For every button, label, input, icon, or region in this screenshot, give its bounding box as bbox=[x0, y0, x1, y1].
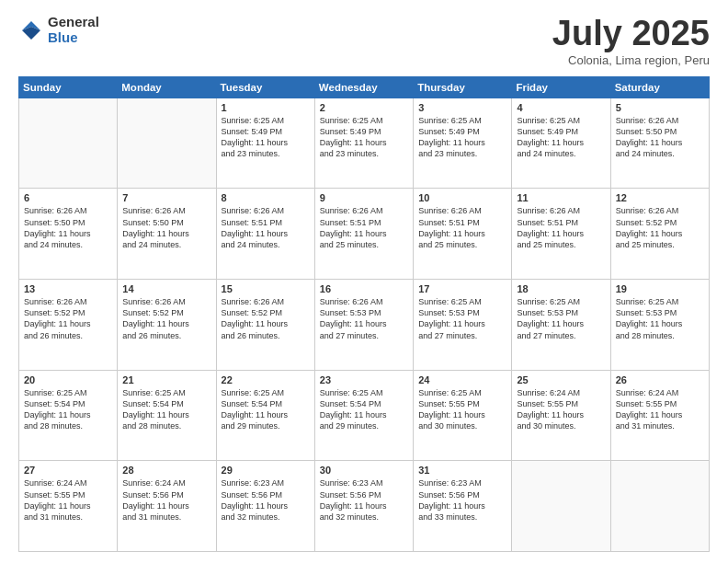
day-info: Sunrise: 6:25 AM Sunset: 5:54 PM Dayligh… bbox=[222, 387, 310, 432]
logo: General Blue bbox=[18, 15, 99, 45]
month-title: July 2025 bbox=[552, 15, 710, 53]
calendar-cell: 8Sunrise: 6:26 AM Sunset: 5:51 PM Daylig… bbox=[216, 189, 314, 280]
day-number: 22 bbox=[222, 374, 310, 385]
calendar-cell: 1Sunrise: 6:25 AM Sunset: 5:49 PM Daylig… bbox=[216, 98, 314, 189]
day-info: Sunrise: 6:26 AM Sunset: 5:52 PM Dayligh… bbox=[122, 296, 210, 341]
calendar-cell: 13Sunrise: 6:26 AM Sunset: 5:52 PM Dayli… bbox=[19, 280, 118, 371]
calendar-cell: 4Sunrise: 6:25 AM Sunset: 5:49 PM Daylig… bbox=[512, 98, 610, 189]
calendar-cell: 21Sunrise: 6:25 AM Sunset: 5:54 PM Dayli… bbox=[118, 370, 216, 461]
logo-blue-text: Blue bbox=[48, 30, 99, 46]
day-info: Sunrise: 6:25 AM Sunset: 5:53 PM Dayligh… bbox=[418, 296, 506, 341]
day-info: Sunrise: 6:25 AM Sunset: 5:54 PM Dayligh… bbox=[122, 387, 210, 432]
day-info: Sunrise: 6:23 AM Sunset: 5:56 PM Dayligh… bbox=[418, 477, 506, 523]
location-subtitle: Colonia, Lima region, Peru bbox=[552, 53, 710, 67]
calendar-cell: 9Sunrise: 6:26 AM Sunset: 5:51 PM Daylig… bbox=[314, 189, 413, 280]
day-info: Sunrise: 6:24 AM Sunset: 5:55 PM Dayligh… bbox=[616, 387, 704, 432]
calendar-cell: 16Sunrise: 6:26 AM Sunset: 5:53 PM Dayli… bbox=[314, 280, 413, 371]
day-number: 28 bbox=[122, 465, 210, 476]
calendar-cell: 14Sunrise: 6:26 AM Sunset: 5:52 PM Dayli… bbox=[118, 280, 216, 371]
logo-icon bbox=[18, 17, 44, 43]
col-saturday: Saturday bbox=[610, 76, 709, 98]
day-info: Sunrise: 6:24 AM Sunset: 5:56 PM Dayligh… bbox=[122, 477, 210, 523]
calendar-week-3: 13Sunrise: 6:26 AM Sunset: 5:52 PM Dayli… bbox=[19, 280, 710, 371]
calendar-cell: 17Sunrise: 6:25 AM Sunset: 5:53 PM Dayli… bbox=[414, 280, 512, 371]
calendar-cell: 2Sunrise: 6:25 AM Sunset: 5:49 PM Daylig… bbox=[314, 98, 413, 189]
calendar-header-row: Sunday Monday Tuesday Wednesday Thursday… bbox=[19, 76, 710, 98]
day-number: 16 bbox=[320, 283, 408, 294]
day-info: Sunrise: 6:23 AM Sunset: 5:56 PM Dayligh… bbox=[222, 477, 310, 523]
day-number: 26 bbox=[616, 374, 704, 385]
day-info: Sunrise: 6:25 AM Sunset: 5:49 PM Dayligh… bbox=[418, 115, 506, 160]
calendar-cell: 29Sunrise: 6:23 AM Sunset: 5:56 PM Dayli… bbox=[216, 461, 314, 552]
day-info: Sunrise: 6:25 AM Sunset: 5:49 PM Dayligh… bbox=[517, 115, 605, 160]
calendar-cell bbox=[512, 461, 610, 552]
col-thursday: Thursday bbox=[414, 76, 512, 98]
day-number: 14 bbox=[122, 283, 210, 294]
day-info: Sunrise: 6:25 AM Sunset: 5:54 PM Dayligh… bbox=[320, 387, 408, 432]
calendar-cell: 23Sunrise: 6:25 AM Sunset: 5:54 PM Dayli… bbox=[314, 370, 413, 461]
day-info: Sunrise: 6:25 AM Sunset: 5:53 PM Dayligh… bbox=[517, 296, 605, 341]
calendar-cell: 31Sunrise: 6:23 AM Sunset: 5:56 PM Dayli… bbox=[414, 461, 512, 552]
calendar-cell: 15Sunrise: 6:26 AM Sunset: 5:52 PM Dayli… bbox=[216, 280, 314, 371]
day-info: Sunrise: 6:26 AM Sunset: 5:53 PM Dayligh… bbox=[320, 296, 408, 341]
col-monday: Monday bbox=[118, 76, 216, 98]
day-number: 23 bbox=[320, 374, 408, 385]
day-info: Sunrise: 6:23 AM Sunset: 5:56 PM Dayligh… bbox=[320, 477, 408, 523]
title-block: July 2025 Colonia, Lima region, Peru bbox=[552, 15, 710, 67]
calendar-cell: 3Sunrise: 6:25 AM Sunset: 5:49 PM Daylig… bbox=[414, 98, 512, 189]
day-number: 9 bbox=[320, 192, 408, 203]
day-number: 24 bbox=[418, 374, 506, 385]
day-info: Sunrise: 6:26 AM Sunset: 5:50 PM Dayligh… bbox=[24, 205, 112, 250]
day-info: Sunrise: 6:25 AM Sunset: 5:49 PM Dayligh… bbox=[222, 115, 310, 160]
calendar-cell: 26Sunrise: 6:24 AM Sunset: 5:55 PM Dayli… bbox=[610, 370, 709, 461]
day-number: 13 bbox=[24, 283, 112, 294]
day-info: Sunrise: 6:26 AM Sunset: 5:52 PM Dayligh… bbox=[616, 205, 704, 250]
calendar-cell: 24Sunrise: 6:25 AM Sunset: 5:55 PM Dayli… bbox=[414, 370, 512, 461]
calendar-week-5: 27Sunrise: 6:24 AM Sunset: 5:55 PM Dayli… bbox=[19, 461, 710, 552]
calendar-cell: 18Sunrise: 6:25 AM Sunset: 5:53 PM Dayli… bbox=[512, 280, 610, 371]
day-info: Sunrise: 6:24 AM Sunset: 5:55 PM Dayligh… bbox=[24, 477, 112, 523]
calendar-cell bbox=[19, 98, 118, 189]
day-number: 15 bbox=[222, 283, 310, 294]
calendar-cell: 11Sunrise: 6:26 AM Sunset: 5:51 PM Dayli… bbox=[512, 189, 610, 280]
calendar-cell: 12Sunrise: 6:26 AM Sunset: 5:52 PM Dayli… bbox=[610, 189, 709, 280]
calendar-cell: 30Sunrise: 6:23 AM Sunset: 5:56 PM Dayli… bbox=[314, 461, 413, 552]
day-number: 5 bbox=[616, 102, 704, 113]
calendar-table: Sunday Monday Tuesday Wednesday Thursday… bbox=[18, 76, 710, 552]
calendar-cell: 19Sunrise: 6:25 AM Sunset: 5:53 PM Dayli… bbox=[610, 280, 709, 371]
day-number: 11 bbox=[517, 192, 605, 203]
calendar-cell: 5Sunrise: 6:26 AM Sunset: 5:50 PM Daylig… bbox=[610, 98, 709, 189]
col-wednesday: Wednesday bbox=[314, 76, 413, 98]
day-info: Sunrise: 6:26 AM Sunset: 5:51 PM Dayligh… bbox=[418, 205, 506, 250]
calendar-cell: 7Sunrise: 6:26 AM Sunset: 5:50 PM Daylig… bbox=[118, 189, 216, 280]
calendar-cell: 20Sunrise: 6:25 AM Sunset: 5:54 PM Dayli… bbox=[19, 370, 118, 461]
day-info: Sunrise: 6:26 AM Sunset: 5:51 PM Dayligh… bbox=[320, 205, 408, 250]
day-number: 27 bbox=[24, 465, 112, 476]
day-info: Sunrise: 6:25 AM Sunset: 5:49 PM Dayligh… bbox=[320, 115, 408, 160]
day-info: Sunrise: 6:26 AM Sunset: 5:50 PM Dayligh… bbox=[616, 115, 704, 160]
header: General Blue July 2025 Colonia, Lima reg… bbox=[18, 15, 710, 67]
calendar-week-4: 20Sunrise: 6:25 AM Sunset: 5:54 PM Dayli… bbox=[19, 370, 710, 461]
logo-text: General Blue bbox=[48, 15, 99, 45]
day-number: 12 bbox=[616, 192, 704, 203]
calendar-cell: 10Sunrise: 6:26 AM Sunset: 5:51 PM Dayli… bbox=[414, 189, 512, 280]
day-number: 6 bbox=[24, 192, 112, 203]
day-number: 8 bbox=[222, 192, 310, 203]
day-info: Sunrise: 6:25 AM Sunset: 5:55 PM Dayligh… bbox=[418, 387, 506, 432]
calendar-cell bbox=[610, 461, 709, 552]
day-info: Sunrise: 6:26 AM Sunset: 5:51 PM Dayligh… bbox=[517, 205, 605, 250]
day-number: 4 bbox=[517, 102, 605, 113]
page: General Blue July 2025 Colonia, Lima reg… bbox=[0, 0, 728, 563]
day-number: 31 bbox=[418, 465, 506, 476]
day-number: 1 bbox=[222, 102, 310, 113]
logo-general-text: General bbox=[48, 15, 99, 30]
day-number: 19 bbox=[616, 283, 704, 294]
day-info: Sunrise: 6:26 AM Sunset: 5:50 PM Dayligh… bbox=[122, 205, 210, 250]
day-info: Sunrise: 6:26 AM Sunset: 5:52 PM Dayligh… bbox=[222, 296, 310, 341]
calendar-cell: 22Sunrise: 6:25 AM Sunset: 5:54 PM Dayli… bbox=[216, 370, 314, 461]
col-tuesday: Tuesday bbox=[216, 76, 314, 98]
calendar-cell: 27Sunrise: 6:24 AM Sunset: 5:55 PM Dayli… bbox=[19, 461, 118, 552]
day-number: 7 bbox=[122, 192, 210, 203]
day-number: 30 bbox=[320, 465, 408, 476]
calendar-cell: 6Sunrise: 6:26 AM Sunset: 5:50 PM Daylig… bbox=[19, 189, 118, 280]
